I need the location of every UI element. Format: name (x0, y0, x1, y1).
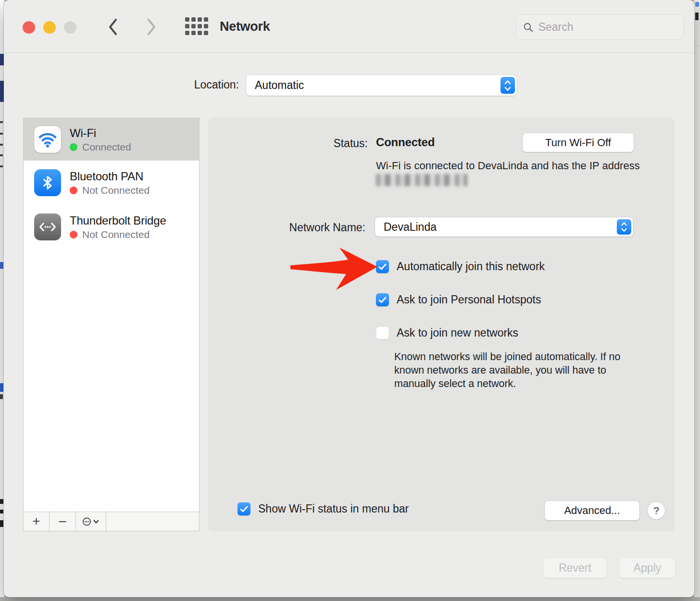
bluetooth-icon (34, 169, 61, 196)
network-services-list: Wi-Fi Connected Bluetooth PAN (23, 118, 200, 531)
check-icon (378, 263, 387, 270)
sidebar-item-bluetooth-pan[interactable]: Bluetooth PAN Not Connected (24, 161, 199, 205)
show-wifi-status-label: Show Wi-Fi status in menu bar (258, 502, 409, 515)
wifi-settings-panel: Status: Connected Turn Wi-Fi Off Wi-Fi i… (208, 118, 675, 531)
personal-hotspots-checkbox[interactable] (376, 293, 389, 306)
service-status: Not Connected (82, 229, 150, 240)
personal-hotspots-label: Ask to join Personal Hotspots (397, 293, 541, 306)
zoom-window-button[interactable] (64, 21, 76, 34)
status-dot-red (70, 231, 77, 238)
known-networks-help-text: Known networks will be joined automatica… (394, 350, 635, 390)
network-name-label: Network Name: (260, 221, 365, 234)
status-dot-green (70, 143, 77, 151)
advanced-button[interactable]: Advanced... (545, 501, 639, 520)
auto-join-checkbox[interactable] (376, 260, 389, 273)
location-label: Location: (181, 78, 239, 91)
stepper-arrows-icon (617, 219, 631, 235)
check-icon (240, 506, 248, 513)
turn-wifi-off-button[interactable]: Turn Wi-Fi Off (523, 133, 634, 152)
service-actions-menu-button[interactable] (76, 512, 106, 531)
network-preferences-window: Network Location: Automatic (4, 0, 694, 597)
minimize-window-button[interactable] (43, 21, 56, 34)
search-field[interactable] (516, 14, 684, 40)
chevron-right-icon (146, 18, 157, 36)
search-icon (523, 22, 534, 33)
status-value: Connected (376, 136, 435, 149)
show-wifi-status-checkbox[interactable] (238, 502, 250, 515)
status-label: Status: (320, 137, 368, 150)
background-window-right-sliver (694, 0, 700, 597)
title-bar: Network (4, 0, 694, 53)
actions-menu-icon (82, 517, 100, 526)
page-title: Network (220, 19, 270, 34)
new-networks-label: Ask to join new networks (397, 326, 518, 339)
status-dot-red (70, 187, 77, 194)
thunderbolt-bridge-icon (34, 213, 61, 240)
stepper-arrows-icon (500, 77, 515, 94)
network-name-value: DevaLinda (375, 221, 617, 234)
service-name: Bluetooth PAN (70, 170, 150, 183)
status-description: Wi-Fi is connected to DevaLinda and has … (376, 159, 641, 188)
location-dropdown[interactable]: Automatic (246, 75, 517, 96)
list-controls-bar: + − (24, 512, 199, 531)
add-service-button[interactable]: + (24, 512, 50, 531)
service-status: Not Connected (82, 185, 150, 196)
show-all-preferences-icon[interactable] (185, 17, 208, 36)
service-status: Connected (82, 141, 131, 153)
auto-join-checkbox-row: Automatically join this network (376, 260, 545, 273)
location-value: Automatic (246, 79, 500, 92)
auto-join-label: Automatically join this network (397, 260, 545, 273)
sidebar-item-wifi[interactable]: Wi-Fi Connected (24, 118, 199, 161)
remove-service-button[interactable]: − (50, 512, 76, 531)
sidebar-item-thunderbolt-bridge[interactable]: Thunderbolt Bridge Not Connected (24, 205, 199, 249)
wifi-icon (34, 126, 61, 153)
help-button[interactable]: ? (648, 502, 665, 519)
apply-button[interactable]: Apply (619, 558, 675, 578)
chevron-left-icon (108, 18, 118, 36)
forward-button[interactable] (141, 16, 162, 38)
check-icon (378, 297, 387, 303)
menu-bar-checkbox-row: Show Wi-Fi status in menu bar (238, 502, 409, 515)
close-window-button[interactable] (23, 21, 35, 34)
redacted-ip-address (376, 174, 467, 186)
new-networks-checkbox-row: Ask to join new networks (376, 326, 518, 339)
revert-button[interactable]: Revert (543, 558, 607, 578)
service-name: Wi-Fi (70, 126, 131, 140)
back-button[interactable] (102, 16, 124, 38)
search-input[interactable] (538, 21, 676, 34)
service-name: Thunderbolt Bridge (70, 214, 166, 227)
personal-hotspots-checkbox-row: Ask to join Personal Hotspots (376, 293, 541, 306)
new-networks-checkbox[interactable] (376, 326, 389, 339)
network-name-dropdown[interactable]: DevaLinda (375, 217, 633, 237)
